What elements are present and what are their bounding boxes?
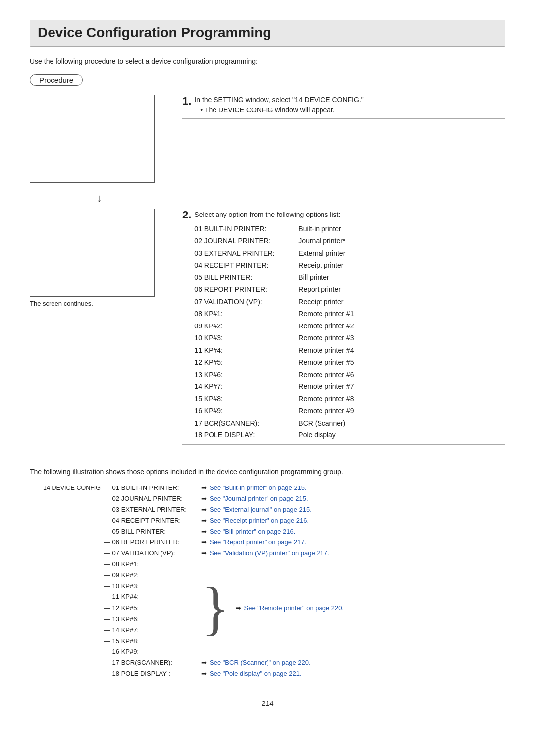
option-code: 12 KP#5: bbox=[194, 356, 298, 369]
tree-arrow: ➡ bbox=[201, 526, 207, 537]
step-1-number: 1. bbox=[182, 95, 191, 108]
tree-arrow: ➡ bbox=[201, 483, 207, 493]
arrow-down-icon: ↓ bbox=[97, 192, 102, 205]
tree-entry: — 05 BILL PRINTER:➡See "Bill printer" on… bbox=[104, 526, 344, 537]
option-desc: Receipt printer bbox=[298, 296, 343, 308]
brace-symbol: } bbox=[201, 583, 230, 634]
kp-entry: — 13 KP#6: bbox=[104, 614, 198, 625]
kp-entry: — 14 KP#7: bbox=[104, 625, 198, 636]
kp-group: — 08 KP#1:— 09 KP#2:— 10 KP#3:— 11 KP#4:… bbox=[104, 559, 344, 657]
step-1-sub: • The DEVICE CONFIG window will appear. bbox=[200, 105, 363, 115]
option-row: 09 KP#2:Remote printer #2 bbox=[194, 320, 354, 332]
tree-link[interactable]: See "Validation (VP) printer" on page 21… bbox=[210, 548, 329, 559]
option-row: 07 VALIDATION (VP):Receipt printer bbox=[194, 296, 354, 308]
option-row: 02 JOURNAL PRINTER:Journal printer* bbox=[194, 235, 354, 247]
option-desc: Pole display bbox=[298, 429, 336, 441]
option-desc: Remote printer #5 bbox=[298, 356, 354, 369]
option-desc: Remote printer #2 bbox=[298, 320, 354, 332]
option-code: 16 KP#9: bbox=[194, 405, 298, 417]
kp-arrow: ➡ bbox=[236, 604, 241, 612]
screen-box-1 bbox=[30, 95, 155, 183]
tree-link[interactable]: See "Receipt printer" on page 216. bbox=[210, 515, 309, 526]
arrow-down: ↓ bbox=[30, 188, 168, 209]
option-desc: Receipt printer bbox=[298, 259, 343, 271]
option-code: 14 KP#7: bbox=[194, 380, 298, 393]
step-2-header: 2. Select any option from the following … bbox=[182, 209, 505, 445]
option-row: 08 KP#1:Remote printer #1 bbox=[194, 308, 354, 320]
option-code: 11 KP#4: bbox=[194, 344, 298, 357]
option-code: 17 BCR(SCANNER): bbox=[194, 417, 298, 430]
page-title: Device Configuration Programming bbox=[30, 20, 505, 47]
option-code: 01 BUILT-IN PRINTER: bbox=[194, 223, 298, 235]
screen-box-2 bbox=[30, 209, 155, 297]
procedure-badge: Procedure bbox=[30, 74, 83, 86]
option-row: 01 BUILT-IN PRINTER:Built-in printer bbox=[194, 223, 354, 235]
tree-link[interactable]: See "BCR (Scanner)" on page 220. bbox=[210, 657, 311, 668]
option-code: 18 POLE DISPLAY: bbox=[194, 429, 298, 441]
tree-entry: — 17 BCR(SCANNER):➡See "BCR (Scanner)" o… bbox=[104, 657, 344, 668]
intro-text: Use the following procedure to select a … bbox=[30, 57, 505, 65]
option-desc: Remote printer #3 bbox=[298, 332, 354, 344]
tree-arrow: ➡ bbox=[201, 548, 207, 559]
kp-list: — 08 KP#1:— 09 KP#2:— 10 KP#3:— 11 KP#4:… bbox=[104, 559, 198, 657]
option-row: 13 KP#6:Remote printer #6 bbox=[194, 369, 354, 381]
tree-link[interactable]: See "Report printer" on page 217. bbox=[210, 537, 306, 548]
option-code: 03 EXTERNAL PRINTER: bbox=[194, 247, 298, 260]
tree-entry: — 03 EXTERNAL PRINTER:➡See "External jou… bbox=[104, 504, 344, 515]
tree-branch: — 02 JOURNAL PRINTER: bbox=[104, 493, 198, 504]
kp-entry: — 15 KP#8: bbox=[104, 636, 198, 647]
option-desc: BCR (Scanner) bbox=[298, 417, 345, 430]
option-row: 06 REPORT PRINTER:Report printer bbox=[194, 283, 354, 296]
option-code: 13 KP#6: bbox=[194, 369, 298, 381]
tree-branch: — 07 VALIDATION (VP): bbox=[104, 548, 198, 559]
tree-root-container: 14 DEVICE CONFIG bbox=[40, 484, 104, 492]
illustration-section: The following illustration shows those o… bbox=[30, 468, 505, 680]
tree-arrow: ➡ bbox=[201, 537, 207, 548]
option-desc: Journal printer* bbox=[298, 235, 345, 247]
tree-link[interactable]: See "Built-in printer" on page 215. bbox=[210, 483, 307, 493]
option-row: 14 KP#7:Remote printer #7 bbox=[194, 380, 354, 393]
step-1-left bbox=[30, 95, 168, 183]
step-1-right: 1. In the SETTING window, select "14 DEV… bbox=[168, 95, 505, 123]
tree-branch: — 18 POLE DISPLAY : bbox=[104, 668, 198, 679]
option-row: 18 POLE DISPLAY:Pole display bbox=[194, 429, 354, 441]
option-row: 15 KP#8:Remote printer #8 bbox=[194, 393, 354, 405]
option-desc: Bill printer bbox=[298, 271, 329, 284]
tree-entry: — 02 JOURNAL PRINTER:➡See "Journal print… bbox=[104, 493, 344, 504]
tree-branch: — 05 BILL PRINTER: bbox=[104, 526, 198, 537]
steps-section: 1. In the SETTING window, select "14 DEV… bbox=[30, 95, 505, 454]
tree-link[interactable]: See "External journal" on page 215. bbox=[210, 504, 312, 515]
tree-branch: — 01 BUILT-IN PRINTER: bbox=[104, 483, 198, 493]
option-row: 03 EXTERNAL PRINTER:External printer bbox=[194, 247, 354, 260]
tree-entry: — 04 RECEIPT PRINTER:➡See "Receipt print… bbox=[104, 515, 344, 526]
options-list: 01 BUILT-IN PRINTER:Built-in printer02 J… bbox=[194, 223, 354, 441]
option-desc: Remote printer #6 bbox=[298, 369, 354, 381]
option-row: 05 BILL PRINTER:Bill printer bbox=[194, 271, 354, 284]
tree-link[interactable]: See "Journal printer" on page 215. bbox=[210, 493, 308, 504]
step-2-right: 2. Select any option from the following … bbox=[168, 209, 505, 449]
kp-entry: — 10 KP#3: bbox=[104, 581, 198, 592]
kp-link[interactable]: See "Remote printer" on page 220. bbox=[244, 604, 344, 612]
tree-arrow: ➡ bbox=[201, 668, 207, 679]
option-code: 04 RECEIPT PRINTER: bbox=[194, 259, 298, 271]
tree-branch: — 17 BCR(SCANNER): bbox=[104, 657, 198, 668]
tree-branch: — 03 EXTERNAL PRINTER: bbox=[104, 504, 198, 515]
kp-entry: — 16 KP#9: bbox=[104, 647, 198, 657]
tree-link[interactable]: See "Bill printer" on page 216. bbox=[210, 526, 295, 537]
tree-branch: — 04 RECEIPT PRINTER: bbox=[104, 515, 198, 526]
option-code: 08 KP#1: bbox=[194, 308, 298, 320]
option-code: 15 KP#8: bbox=[194, 393, 298, 405]
tree-lines: — 01 BUILT-IN PRINTER:➡See "Built-in pri… bbox=[104, 483, 344, 680]
option-row: 11 KP#4:Remote printer #4 bbox=[194, 344, 354, 357]
page-footer: — 214 — bbox=[30, 699, 505, 707]
option-code: 02 JOURNAL PRINTER: bbox=[194, 235, 298, 247]
option-desc: Remote printer #4 bbox=[298, 344, 354, 357]
tree-diagram: 14 DEVICE CONFIG — 01 BUILT-IN PRINTER:➡… bbox=[40, 483, 505, 680]
option-desc: Remote printer #7 bbox=[298, 380, 354, 393]
option-code: 06 REPORT PRINTER: bbox=[194, 283, 298, 296]
tree-link[interactable]: See "Pole display" on page 221. bbox=[210, 668, 302, 679]
option-row: 12 KP#5:Remote printer #5 bbox=[194, 356, 354, 369]
option-code: 10 KP#3: bbox=[194, 332, 298, 344]
kp-entry: — 09 KP#2: bbox=[104, 570, 198, 581]
tree-arrow: ➡ bbox=[201, 657, 207, 668]
